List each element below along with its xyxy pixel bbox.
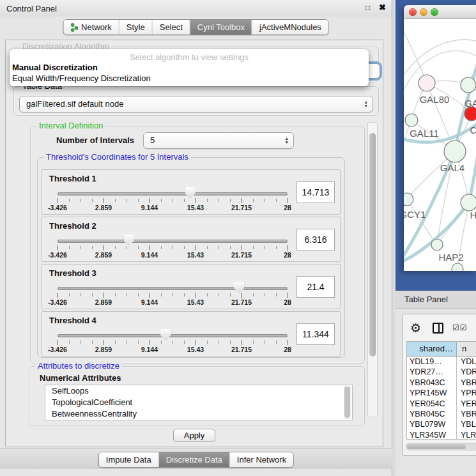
network-canvas[interactable]: GAL80GACGAL11GAL4GCY1HHAP2 [404,19,476,271]
slider-track[interactable] [58,287,288,290]
column-header-shared-name[interactable]: shared… [407,342,457,356]
tab-select[interactable]: Select [152,20,190,35]
numerical-attributes-list[interactable]: SelfLoopsTopologicalCoefficientBetweenne… [45,385,353,420]
slider-track[interactable] [58,192,288,196]
slider-major-tick [242,245,242,250]
cell-name[interactable]: YLR3 [457,430,476,440]
slider-thumb[interactable] [160,329,171,341]
tab-cyni-toolbox[interactable]: Cyni Toolbox [190,20,252,35]
scrollbar-thumb[interactable] [344,387,350,418]
cell-name[interactable]: YBL0 [457,419,476,429]
slider-thumb[interactable] [234,282,244,293]
network-node-gal4[interactable] [444,141,466,162]
cell-shared-name[interactable]: YBR045C [407,409,457,419]
column-header-name[interactable]: n [457,342,476,356]
table-row[interactable]: YBR043CYBR0 [407,378,476,388]
tab-discretize-data[interactable]: Discretize Data [158,452,229,467]
select-columns-icon[interactable]: ☑☑ [452,323,468,332]
cell-name[interactable]: YBR0 [457,409,476,419]
tab-label: Network [81,22,112,32]
table-row[interactable]: YDR27…YDR2 [407,367,476,377]
network-view-window[interactable]: GAL80GACGAL11GAL4GCY1HHAP2 [404,5,476,271]
cell-name[interactable]: YBR0 [457,378,476,388]
slider-thumb[interactable] [185,187,196,199]
threshold-slider[interactable]: -3.4262.8599.14415.4321.71528 [42,217,340,261]
network-node-hap2[interactable] [431,239,443,250]
threshold-slider[interactable]: -3.4262.8599.14415.4321.71528 [42,312,340,356]
tab-impute-data[interactable]: Impute Data [99,452,158,467]
dropdown-option-equal-width[interactable]: Equal Width/Frequency Discretization [10,73,369,84]
table-data-combobox[interactable]: galFiltered.sif default node ▲▼ [19,96,373,112]
cell-shared-name[interactable]: YPR145W [407,388,457,398]
table-horizontal-scrollbar[interactable] [406,443,476,450]
number-of-intervals-combobox[interactable]: 5 ▲▼ [143,132,294,149]
threshold-value-field[interactable]: 14.713 [296,181,335,203]
dropdown-option-manual[interactable]: Manual Discretization [10,62,369,73]
node-label: GAL80 [420,94,450,105]
apply-button[interactable]: Apply [173,429,215,442]
scrollbar-thumb[interactable] [407,444,466,449]
cell-shared-name[interactable]: YBL079W [407,419,457,429]
network-node[interactable] [452,263,463,271]
cell-shared-name[interactable]: YBR043C [407,378,457,388]
slider-track[interactable] [58,334,288,337]
slider-major-tick [288,245,288,250]
float-window-icon[interactable]: □ [365,3,374,12]
cell-shared-name[interactable]: YLR345W [407,430,457,440]
slider-thumb[interactable] [124,234,134,246]
network-window-titlebar[interactable] [404,5,476,19]
network-node-gcy1[interactable] [404,193,413,206]
mac-close-icon[interactable] [409,8,417,16]
mac-zoom-icon[interactable] [431,8,438,16]
tab-jactivemnodules[interactable]: jActiveMNodules [252,20,328,35]
slider-major-tick [288,198,288,203]
network-edge[interactable] [469,128,476,203]
slider-tick-label: 9.144 [141,251,158,259]
threshold-slider[interactable]: -3.4262.8599.14415.4321.71528 [42,265,340,309]
attributes-list-scrollbar[interactable] [344,386,351,419]
table-row[interactable]: YLR345WYLR3 [407,430,476,440]
threshold-value-field[interactable]: 21.4 [296,276,335,298]
cell-shared-name[interactable]: YER054C [407,399,457,409]
network-node-gal11[interactable] [405,114,418,127]
close-icon[interactable]: ✖ [379,3,386,12]
network-graph[interactable]: GAL80GACGAL11GAL4GCY1HHAP2 [404,19,476,271]
settings-vertical-scrollbar[interactable] [367,122,378,417]
attribute-item-topologicalcoefficient[interactable]: TopologicalCoefficient [45,397,352,408]
mac-minimize-icon[interactable] [420,8,427,16]
network-edge[interactable] [404,40,476,80]
tab-network[interactable]: Network [63,20,119,35]
scrollbar-thumb[interactable] [369,133,376,357]
cell-name[interactable]: YDL1 [457,357,476,367]
cell-name[interactable]: YER0 [457,399,476,409]
threshold-value-field[interactable]: 11.344 [296,323,335,345]
slider-major-tick [58,198,58,203]
table-row[interactable]: YBL079WYBL0 [407,419,476,429]
node-table: shared… n YDL19…YDL1YDR27…YDR2YBR043CYBR… [406,341,476,440]
network-node-gal80[interactable] [418,75,435,91]
table-row[interactable]: YDL19…YDL1 [407,357,476,367]
attribute-item-betweennesscentrality[interactable]: BetweennessCentrality [45,408,352,420]
network-node-h[interactable] [461,194,476,211]
threshold-slider[interactable]: -3.4262.8599.14415.4321.71528 [42,170,340,214]
slider-track[interactable] [58,240,288,243]
tab-infer-network[interactable]: Infer Network [229,452,293,467]
gear-icon[interactable]: ⚙ [410,321,421,335]
table-row[interactable]: YPR145WYPR1 [407,388,476,398]
table-row[interactable]: YER054CYER0 [407,399,476,409]
cell-shared-name[interactable]: YDR27… [407,367,457,377]
table-row[interactable]: YBR045CYBR0 [407,409,476,419]
network-node-ga[interactable] [461,77,476,93]
toolbox-tabs: NetworkStyleSelectCyni ToolboxjActiveMNo… [63,19,329,35]
cell-name[interactable]: YDR2 [457,367,476,377]
cell-name[interactable]: YPR1 [457,388,476,398]
slider-tick-label: 9.144 [141,204,158,211]
network-node-c[interactable] [464,107,476,121]
show-columns-icon[interactable] [433,323,443,334]
cell-shared-name[interactable]: YDL19… [407,357,457,367]
attribute-item-selfloops[interactable]: SelfLoops [45,385,352,397]
threshold-value-field[interactable]: 6.316 [296,229,335,250]
slider-tick-label: 15.43 [187,204,204,211]
slider-ticks [58,293,288,296]
tab-style[interactable]: Style [119,20,152,35]
